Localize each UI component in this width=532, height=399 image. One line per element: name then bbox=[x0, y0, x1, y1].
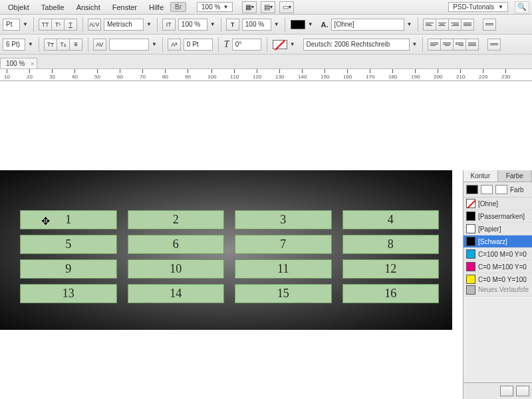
document-tab[interactable]: 100 % × bbox=[0, 58, 37, 68]
justify-right-button[interactable] bbox=[453, 39, 466, 51]
menu-tabelle[interactable]: Tabelle bbox=[36, 2, 70, 13]
delete-swatch-button[interactable] bbox=[516, 386, 529, 396]
grid-cell[interactable]: 1 bbox=[20, 210, 117, 229]
leading-field[interactable]: 6 Pt) bbox=[3, 39, 25, 51]
swatch-row[interactable]: [Papier] bbox=[464, 223, 532, 235]
container-icon[interactable] bbox=[481, 185, 493, 194]
kerning-field[interactable]: Metrisch bbox=[104, 19, 144, 31]
ruler-tick: 70 bbox=[140, 69, 146, 80]
subscript-button[interactable]: T₁ bbox=[57, 39, 70, 51]
swatch-list[interactable]: [Ohne][Passermarken][Papier][Schwarz]C=1… bbox=[464, 198, 532, 284]
tab-kontur[interactable]: Kontur bbox=[464, 170, 498, 182]
swatch-row[interactable]: C=0 M=100 Y=0 bbox=[464, 261, 532, 273]
grid-cell[interactable]: 14 bbox=[128, 284, 225, 303]
grid-cell[interactable]: 6 bbox=[128, 235, 225, 254]
swatch-label: Neues Verlaufsfe bbox=[478, 286, 529, 293]
ruler-tick: 110 bbox=[230, 69, 239, 80]
swatch-row[interactable]: [Ohne] bbox=[464, 198, 532, 210]
fill-swatch[interactable] bbox=[291, 20, 305, 29]
grid-cell[interactable]: 11 bbox=[235, 259, 332, 279]
justify-button[interactable] bbox=[461, 19, 474, 31]
charstyle-field[interactable]: [Ohne] bbox=[331, 19, 404, 31]
menu-hilfe[interactable]: Hilfe bbox=[144, 2, 169, 13]
hscale-icon: T bbox=[226, 19, 239, 31]
grid-cell[interactable]: 16 bbox=[342, 284, 440, 303]
justify-left-button[interactable] bbox=[428, 39, 441, 51]
bridge-button[interactable]: Br bbox=[170, 2, 186, 12]
align-right-button[interactable] bbox=[448, 19, 462, 31]
fill-indicator-icon[interactable] bbox=[466, 185, 478, 194]
grid-cell[interactable]: 2 bbox=[128, 210, 225, 229]
swatch-label: C=0 M=0 Y=100 bbox=[478, 276, 527, 283]
grid-cell[interactable]: 3 bbox=[235, 210, 332, 229]
workspace-select[interactable]: PSD-Tutorials▼ bbox=[448, 2, 508, 12]
close-icon[interactable]: × bbox=[31, 61, 34, 67]
swatch-label: [Ohne] bbox=[478, 200, 498, 207]
ruler-tick: 180 bbox=[388, 69, 397, 80]
ruler-tick: 100 bbox=[207, 69, 216, 80]
allcaps-button[interactable]: TT bbox=[39, 19, 52, 31]
swatches-panel: Kontur Farbe Farb [Ohne][Passermarken][P… bbox=[463, 170, 532, 399]
menu-objekt[interactable]: Objekt bbox=[3, 2, 35, 13]
language-field[interactable]: Deutsch: 2006 Rechtschreib bbox=[303, 39, 410, 51]
ruler-tick: 190 bbox=[411, 69, 420, 80]
font-size-field[interactable]: Pt bbox=[3, 19, 20, 31]
text-icon[interactable] bbox=[495, 185, 507, 194]
horizontal-ruler[interactable]: 1020304050607080901001101201301401501601… bbox=[0, 69, 532, 81]
new-swatch-row[interactable]: Neues Verlaufsfe bbox=[464, 284, 532, 297]
hscale-field[interactable]: 100 % bbox=[242, 19, 271, 31]
new-swatch-button[interactable] bbox=[500, 386, 513, 396]
swatch-label: [Schwarz] bbox=[478, 238, 507, 245]
tab-farbe[interactable]: Farbe bbox=[498, 170, 533, 182]
tracking-field[interactable] bbox=[109, 39, 149, 51]
grid-cell[interactable]: 5 bbox=[20, 235, 117, 254]
menu-ansicht[interactable]: Ansicht bbox=[71, 2, 106, 13]
grid-cell[interactable]: 15 bbox=[235, 284, 332, 303]
search-icon[interactable]: 🔍 bbox=[515, 1, 529, 13]
menu-fenster[interactable]: Fenster bbox=[107, 2, 142, 13]
arrange-icon[interactable]: ▤▾ bbox=[261, 1, 275, 13]
panel-footer bbox=[464, 382, 532, 399]
grid-cell[interactable]: 9 bbox=[20, 259, 117, 279]
justify-all-button[interactable] bbox=[466, 39, 479, 51]
grid-cell[interactable]: 4 bbox=[342, 210, 440, 229]
swatch-row[interactable]: C=0 M=0 Y=100 bbox=[464, 273, 532, 284]
strike-button[interactable]: T bbox=[69, 39, 82, 51]
tracking-icon: AV bbox=[93, 39, 106, 51]
grid-cell[interactable]: 12 bbox=[342, 259, 440, 279]
skew-field[interactable]: 0° bbox=[232, 39, 261, 51]
ruler-tick: 90 bbox=[185, 69, 191, 80]
baseline-icon: Aª bbox=[168, 39, 181, 51]
swatch-label: [Papier] bbox=[478, 225, 501, 233]
grid-cell[interactable]: 13 bbox=[20, 284, 117, 303]
align-left-button[interactable] bbox=[423, 19, 436, 31]
swatch-label: C=0 M=100 Y=0 bbox=[478, 263, 527, 271]
indent-button[interactable] bbox=[483, 19, 496, 31]
smallcaps-button[interactable]: Tᴛ bbox=[44, 39, 57, 51]
justify-center-button[interactable] bbox=[440, 39, 454, 51]
swatch-row[interactable]: [Schwarz] bbox=[464, 235, 532, 248]
swatch-row[interactable]: [Passermarken] bbox=[464, 210, 532, 223]
zoom-select[interactable]: 100 %▼ bbox=[197, 2, 233, 12]
baseline-field[interactable]: 0 Pt bbox=[184, 39, 213, 51]
work-area: 12345678910111213141516 ✥ Kontur Farbe F… bbox=[0, 81, 532, 399]
ruler-tick: 130 bbox=[275, 69, 284, 80]
grid-cell[interactable]: 7 bbox=[235, 235, 332, 254]
ruler-tick: 230 bbox=[501, 69, 510, 80]
stroke-swatch[interactable] bbox=[273, 40, 287, 49]
grid-cell[interactable]: 8 bbox=[342, 235, 440, 254]
swatch-label: C=100 M=0 Y=0 bbox=[478, 251, 527, 258]
superscript-button[interactable]: T¹ bbox=[51, 19, 65, 31]
ruler-tick: 50 bbox=[94, 69, 100, 80]
grid-cell[interactable]: 10 bbox=[128, 259, 225, 279]
view-options-icon[interactable]: ▭▾ bbox=[279, 1, 294, 13]
outdent-button[interactable] bbox=[487, 39, 501, 51]
underline-button[interactable]: T bbox=[64, 19, 77, 31]
align-center-button[interactable] bbox=[436, 19, 449, 31]
vscale-field[interactable]: 100 % bbox=[178, 19, 207, 31]
swatch-icon bbox=[466, 262, 475, 271]
swatch-row[interactable]: C=100 M=0 Y=0 bbox=[464, 248, 532, 261]
canvas[interactable]: 12345678910111213141516 ✥ bbox=[0, 170, 452, 330]
screen-mode-icon[interactable]: ▦▾ bbox=[242, 1, 257, 13]
ruler-tick: 80 bbox=[162, 69, 168, 80]
